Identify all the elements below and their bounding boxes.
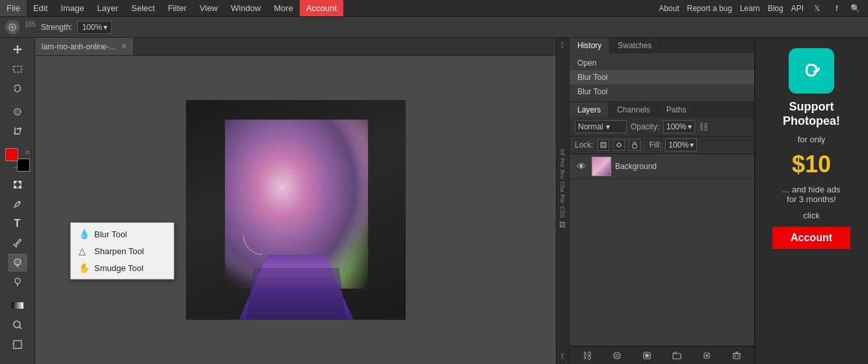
menu-bar: File Edit Image Layer Select Filter View… — [0, 0, 868, 17]
ad-price: $10 — [792, 151, 831, 178]
menu-right: About Report a bug Learn Blog API 𝕏 f 🔍 — [659, 3, 868, 14]
mini-Par[interactable]: Par — [558, 193, 567, 205]
tool-gradient[interactable] — [8, 296, 27, 315]
delete-layer-btn[interactable] — [730, 349, 744, 362]
menu-select[interactable]: Select — [125, 0, 161, 16]
tool-shape[interactable] — [8, 335, 27, 354]
document-tab[interactable]: lam-mo-anh-online-... ✕ — [35, 38, 134, 55]
foreground-color-swatch[interactable] — [5, 148, 18, 161]
search-icon[interactable]: 🔍 — [850, 4, 860, 13]
menu-edit[interactable]: Edit — [27, 0, 54, 16]
lock-all-btn[interactable] — [629, 139, 640, 151]
collapse-btn-top[interactable]: <> — [558, 40, 567, 50]
strength-label: Strength: — [41, 23, 73, 32]
svg-point-13 — [14, 259, 21, 265]
svg-point-12 — [18, 202, 20, 203]
svg-point-15 — [15, 278, 20, 283]
fill-chevron: ▾ — [690, 140, 694, 150]
menu-layer[interactable]: Layer — [91, 0, 125, 16]
lock-pixels-btn[interactable] — [598, 139, 609, 151]
mini-CSS[interactable]: CSS — [558, 205, 567, 220]
tool-transform[interactable] — [8, 176, 27, 194]
popup-item-smudge[interactable]: ✋ Smudge Tool — [71, 259, 174, 276]
menu-account[interactable]: Account — [300, 0, 343, 16]
tab-paths[interactable]: Paths — [659, 102, 695, 118]
background-color-swatch[interactable] — [17, 159, 30, 172]
switch-colors-icon[interactable]: ↔ — [13, 164, 18, 170]
mini-Bru[interactable]: Bru — [558, 168, 567, 180]
svg-rect-8 — [14, 181, 16, 183]
menu-more[interactable]: More — [267, 0, 300, 16]
twitter-icon[interactable]: 𝕏 — [811, 3, 823, 14]
tool-dodge[interactable] — [8, 273, 27, 291]
tab-history[interactable]: History — [570, 38, 610, 53]
ad-account-button[interactable]: Account — [772, 227, 850, 249]
new-layer-btn[interactable] — [700, 349, 714, 362]
menu-about[interactable]: About — [659, 4, 679, 13]
popup-item-blur[interactable]: 💧 Blur Tool — [71, 226, 174, 242]
layers-tabs: Layers Channels Paths — [570, 102, 754, 118]
menu-view[interactable]: View — [193, 0, 224, 16]
tool-blur[interactable] — [8, 254, 27, 272]
ad-click: click — [803, 211, 819, 220]
menu-learn[interactable]: Learn — [740, 4, 760, 13]
menu-file[interactable]: File — [0, 0, 27, 16]
tool-zoom[interactable] — [8, 316, 27, 334]
tab-swatches[interactable]: Swatches — [610, 38, 660, 53]
history-blur-1[interactable]: Blur Tool — [570, 70, 754, 84]
new-group-btn[interactable] — [670, 349, 684, 362]
menu-image[interactable]: Image — [54, 0, 90, 16]
tool-eyedropper[interactable] — [8, 234, 27, 252]
add-mask-btn[interactable] — [640, 349, 654, 362]
tab-channels[interactable]: Channels — [609, 102, 659, 118]
history-blur-2[interactable]: Blur Tool — [570, 84, 754, 99]
facebook-icon[interactable]: f — [831, 3, 843, 14]
svg-point-35 — [645, 354, 649, 358]
svg-point-1 — [11, 26, 14, 29]
link-layers-btn[interactable]: ⛓ — [580, 349, 594, 362]
chain-icon: ⛓ — [699, 122, 708, 132]
mini-Pro[interactable]: Pro — [558, 157, 567, 168]
collapse-btn-bottom[interactable]: >< — [558, 352, 567, 361]
tool-rect-select[interactable] — [8, 60, 27, 78]
tool-type[interactable]: T — [8, 214, 27, 233]
mini-image-icon[interactable]: 🖼 — [558, 220, 568, 229]
svg-rect-36 — [673, 354, 681, 359]
layer-effects-btn[interactable] — [610, 349, 624, 362]
mini-Inf[interactable]: Inf — [558, 148, 567, 157]
fill-input[interactable]: 100% ▾ — [665, 138, 697, 151]
menu-filter[interactable]: Filter — [161, 0, 193, 16]
color-swatches: ↔ D — [3, 148, 33, 172]
strength-value[interactable]: 100% ▾ — [77, 21, 112, 34]
svg-rect-10 — [14, 186, 16, 188]
menu-api[interactable]: API — [791, 4, 804, 13]
ad-title: SupportPhotopea! — [783, 100, 840, 128]
layer-visibility-toggle[interactable]: 👁 — [575, 160, 588, 173]
tool-crop[interactable] — [8, 122, 27, 140]
history-open[interactable]: Open — [570, 56, 754, 70]
table-row[interactable]: 👁 Background — [570, 154, 754, 179]
lock-position-btn[interactable] — [613, 139, 625, 151]
opacity-input[interactable]: 100% ▾ — [663, 120, 695, 133]
tool-pen[interactable] — [8, 195, 27, 213]
popup-item-sharpen[interactable]: △ Sharpen Tool — [71, 242, 174, 259]
tool-lasso[interactable] — [8, 79, 27, 98]
tool-foreground[interactable] — [8, 103, 27, 121]
menu-report-bug[interactable]: Report a bug — [687, 4, 732, 13]
mini-Cha[interactable]: Cha — [558, 180, 567, 194]
tab-close-button[interactable]: ✕ — [121, 42, 127, 51]
menu-blog[interactable]: Blog — [768, 4, 783, 13]
canvas-image: May nhon... — [186, 100, 406, 320]
tab-layers[interactable]: Layers — [570, 102, 609, 118]
layer-thumbnail — [592, 157, 611, 176]
blend-mode-select[interactable]: Normal ▾ — [575, 120, 627, 133]
history-list: Open Blur Tool Blur Tool — [570, 53, 754, 101]
history-panel: History Swatches Open Blur Tool Blur Too… — [570, 38, 754, 102]
history-panel-tabs: History Swatches — [570, 38, 754, 53]
tool-move[interactable] — [8, 40, 27, 58]
fill-label: Fill: — [650, 140, 662, 150]
menu-window[interactable]: Window — [224, 0, 267, 16]
sharpen-tool-icon: △ — [79, 246, 89, 256]
default-colors-icon[interactable]: D — [26, 150, 30, 155]
canvas-workspace[interactable]: May nhon... — [35, 56, 556, 364]
